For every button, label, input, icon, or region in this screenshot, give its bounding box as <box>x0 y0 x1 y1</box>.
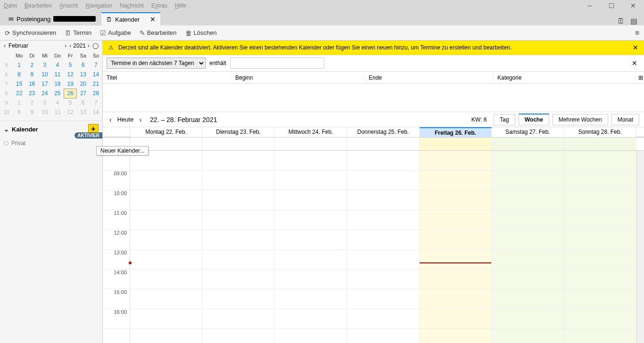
minical-day[interactable]: 12 <box>64 70 77 79</box>
month-prev[interactable]: ‹ <box>3 42 7 49</box>
minical-day[interactable]: 28 <box>90 89 102 98</box>
col-titel[interactable]: Titel <box>103 74 231 81</box>
minical-day[interactable]: 22 <box>13 89 25 98</box>
col-config-icon[interactable]: ⊞ <box>635 74 644 81</box>
app-menu-button[interactable]: ≡ <box>635 29 639 37</box>
window-maximize[interactable]: ☐ <box>601 0 622 11</box>
col-beginn[interactable]: Beginn <box>231 74 365 81</box>
week-prev[interactable]: ‹ <box>107 116 114 123</box>
minical-day[interactable]: 5 <box>64 60 77 70</box>
minical-day[interactable]: 19 <box>64 79 77 89</box>
today-button[interactable]: Heute <box>117 116 134 123</box>
day-column[interactable] <box>492 151 564 343</box>
window-minimize[interactable]: ─ <box>579 0 601 11</box>
minical-day[interactable]: 11 <box>51 70 64 79</box>
allday-cell[interactable] <box>347 138 419 150</box>
minical-day: 9 <box>25 107 38 117</box>
minical-day[interactable]: 18 <box>51 79 64 89</box>
year-next[interactable]: › <box>87 42 91 49</box>
minical-day[interactable]: 21 <box>90 79 102 89</box>
minical-day[interactable]: 27 <box>77 89 90 98</box>
tab-calendar[interactable]: 🗓 Kalender ✕ <box>101 12 160 25</box>
minical-day[interactable]: 3 <box>38 60 51 70</box>
window-close[interactable]: ✕ <box>622 0 644 11</box>
minical-day[interactable]: 2 <box>25 60 38 70</box>
sync-button[interactable]: ⟳Synchronisieren <box>5 29 56 37</box>
aufgabe-button[interactable]: ☑Aufgabe <box>100 29 131 37</box>
minical-day[interactable]: 13 <box>77 70 90 79</box>
day-header[interactable]: Sonntag 28. Feb. <box>564 127 636 137</box>
termin-button[interactable]: 🗓Termin <box>65 29 91 37</box>
tab-inbox-label: Posteingang <box>17 16 50 23</box>
tasks-shortcut-icon[interactable]: ▤ <box>630 16 637 25</box>
day-column[interactable] <box>130 151 202 343</box>
minical-day[interactable]: 9 <box>25 70 38 79</box>
day-header[interactable]: Montag 22. Feb. <box>130 127 202 137</box>
now-line <box>420 262 491 263</box>
search-clear[interactable]: ✕ <box>629 59 640 67</box>
goto-today-icon[interactable]: ◯ <box>91 42 99 49</box>
day-header[interactable]: Samstag 27. Feb. <box>492 127 564 137</box>
task-icon: ☑ <box>100 29 106 37</box>
search-input[interactable] <box>230 57 324 69</box>
menu-extras[interactable]: Extras <box>151 2 167 9</box>
day-column[interactable] <box>347 151 419 343</box>
menu-nachricht[interactable]: Nachricht <box>120 2 144 9</box>
close-icon[interactable]: ✕ <box>150 16 156 23</box>
minical-day: 6 <box>77 98 90 107</box>
chevron-down-icon[interactable]: ⌄ <box>4 126 9 133</box>
minical-day[interactable]: 26 <box>64 89 77 98</box>
warning-close[interactable]: ✕ <box>633 44 638 51</box>
allday-cell[interactable] <box>564 138 636 150</box>
minical-day[interactable]: 17 <box>38 79 51 89</box>
allday-cell[interactable] <box>492 138 564 150</box>
minical-day[interactable]: 23 <box>25 89 38 98</box>
week-next[interactable]: › <box>137 116 143 123</box>
allday-cell[interactable] <box>202 138 274 150</box>
view-tag[interactable]: Tag <box>494 114 515 125</box>
minical-day[interactable]: 8 <box>13 70 25 79</box>
calendar-item-privat[interactable]: Privat <box>4 139 99 147</box>
minical-day[interactable]: 14 <box>90 70 102 79</box>
year-prev[interactable]: ‹ <box>68 42 72 49</box>
minical-day[interactable]: 6 <box>77 60 90 70</box>
menu-ansicht[interactable]: Ansicht <box>59 2 78 9</box>
minical-day[interactable]: 25 <box>51 89 64 98</box>
menu-datei[interactable]: Datei <box>4 2 17 9</box>
allday-cell[interactable] <box>275 138 347 150</box>
minical-day[interactable]: 16 <box>25 79 38 89</box>
minical-day[interactable]: 10 <box>38 70 51 79</box>
view-monat[interactable]: Monat <box>611 114 639 125</box>
filter-select[interactable]: Termine in den nächsten 7 Tagen <box>107 57 206 69</box>
minical-day[interactable]: 1 <box>13 60 25 70</box>
allday-cell[interactable] <box>420 138 492 150</box>
menu-hilfe[interactable]: Hilfe <box>175 2 186 9</box>
tab-inbox[interactable]: ✉ Posteingang <box>4 12 100 25</box>
calendars-title: Kalender <box>12 126 38 133</box>
scrollbar[interactable] <box>636 151 644 343</box>
minical-day[interactable]: 7 <box>90 60 102 70</box>
minical-day[interactable]: 24 <box>38 89 51 98</box>
view-mehrere-wochen[interactable]: Mehrere Wochen <box>553 114 608 125</box>
minical-day[interactable]: 4 <box>51 60 64 70</box>
day-header[interactable]: Mittwoch 24. Feb. <box>275 127 347 137</box>
loeschen-button[interactable]: 🗑Löschen <box>185 29 217 37</box>
minical-day[interactable]: 15 <box>13 79 25 89</box>
day-column[interactable] <box>202 151 274 343</box>
day-header[interactable]: Dienstag 23. Feb. <box>202 127 274 137</box>
minical-day[interactable]: 20 <box>77 79 90 89</box>
col-kategorie[interactable]: Kategorie <box>494 74 635 81</box>
view-woche[interactable]: Woche <box>519 114 549 125</box>
month-next[interactable]: › <box>64 42 67 49</box>
col-ende[interactable]: Ende <box>365 74 494 81</box>
sidebar: ‹ Februar › ‹ 2021 › ◯ MoDiMiDoFrSaSo 51… <box>0 41 103 343</box>
day-header[interactable]: Donnerstag 25. Feb. <box>347 127 419 137</box>
day-column[interactable] <box>275 151 347 343</box>
day-header[interactable]: Freitag 26. Feb. <box>420 127 492 137</box>
menu-navigation[interactable]: Navigation <box>85 2 112 9</box>
day-column[interactable] <box>420 151 492 343</box>
day-column[interactable] <box>564 151 636 343</box>
calendar-shortcut-icon[interactable]: 🗓 <box>617 17 625 25</box>
menu-bearbeiten[interactable]: Bearbeiten <box>25 2 52 9</box>
bearbeiten-button[interactable]: ✎Bearbeiten <box>140 29 177 37</box>
